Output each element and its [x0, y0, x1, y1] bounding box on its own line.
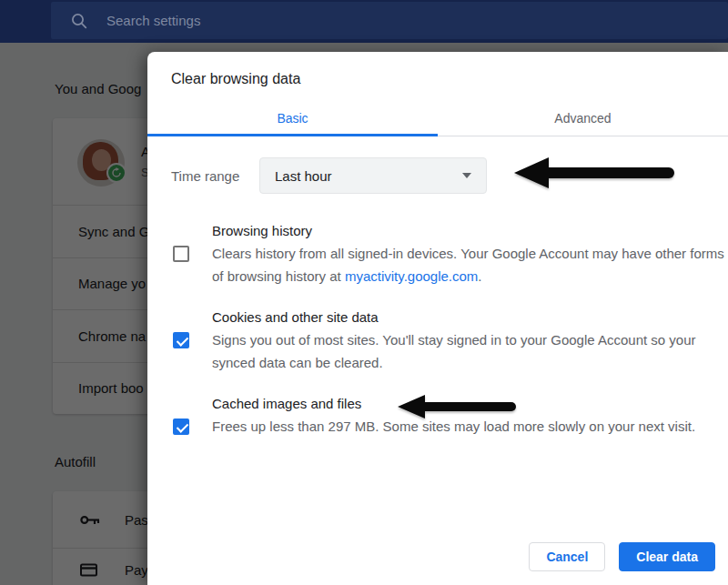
dialog-title: Clear browsing data [147, 52, 728, 87]
cookies-checkbox[interactable] [173, 332, 189, 348]
description-text-after: . [478, 268, 481, 284]
search-icon [70, 12, 88, 30]
time-range-value: Last hour [275, 168, 462, 184]
arrow-head [398, 395, 425, 419]
time-range-label: Time range [171, 168, 259, 184]
option-text: Cookies and other site data Signs you ou… [212, 306, 728, 374]
tab-basic[interactable]: Basic [147, 102, 438, 136]
chevron-down-icon [462, 173, 471, 178]
arrow-shaft [425, 402, 516, 411]
option-description: Clears history from all signed-in device… [212, 242, 728, 287]
cancel-button[interactable]: Cancel [529, 542, 605, 571]
option-cookies: Cookies and other site data Signs you ou… [171, 306, 728, 374]
settings-toolbar [0, 0, 728, 43]
arrow-shaft [549, 167, 674, 178]
arrow-head [514, 157, 549, 188]
option-title: Browsing history [212, 219, 728, 242]
tab-advanced[interactable]: Advanced [438, 102, 728, 136]
annotation-arrow-time-range [514, 157, 674, 188]
dialog-tabs: Basic Advanced [147, 102, 728, 136]
time-range-row: Time range Last hour [171, 157, 487, 194]
dialog-buttons: Cancel Clear data [529, 542, 715, 571]
cached-images-checkbox[interactable] [173, 419, 189, 435]
option-description: Signs you out of most sites. You'll stay… [212, 328, 728, 374]
option-title: Cookies and other site data [212, 306, 728, 328]
search-field[interactable] [51, 2, 728, 39]
annotation-arrow-cached-images [398, 395, 516, 419]
option-browsing-history: Browsing history Clears history from all… [171, 219, 728, 287]
browsing-history-checkbox[interactable] [173, 246, 189, 262]
option-text: Browsing history Clears history from all… [212, 219, 728, 287]
myactivity-link[interactable]: myactivity.google.com [345, 268, 478, 284]
clear-browsing-data-dialog: Clear browsing data Basic Advanced Time … [147, 52, 728, 585]
clear-data-button[interactable]: Clear data [619, 542, 715, 571]
search-input[interactable] [106, 13, 470, 28]
time-range-select[interactable]: Last hour [259, 157, 487, 194]
